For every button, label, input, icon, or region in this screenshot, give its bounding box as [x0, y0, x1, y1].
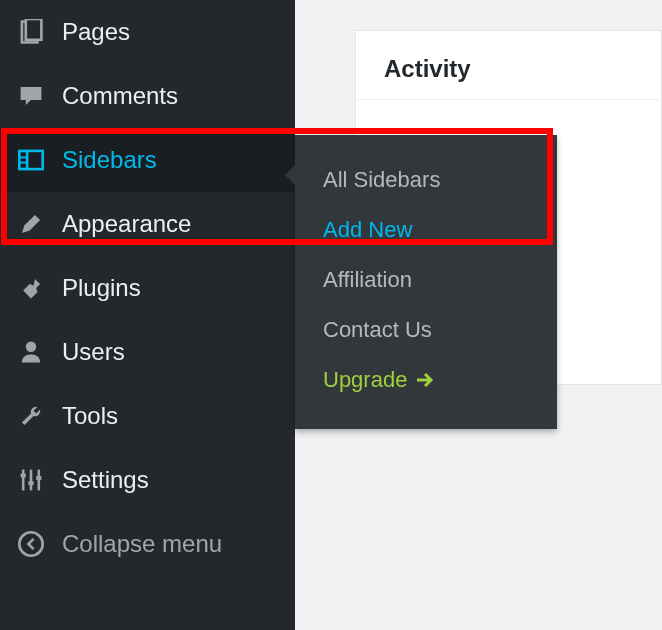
users-icon [14, 335, 48, 369]
collapse-menu-button[interactable]: Collapse menu [0, 512, 295, 576]
submenu-item-contact-us[interactable]: Contact Us [295, 305, 557, 355]
card-title: Activity [384, 55, 633, 83]
svg-rect-2 [19, 151, 42, 169]
svg-rect-11 [28, 481, 33, 485]
admin-sidebar: Pages Comments Sidebars Appearance Plugi… [0, 0, 295, 630]
sidebar-item-sidebars[interactable]: Sidebars [0, 128, 295, 192]
menu-label: Plugins [62, 274, 141, 302]
submenu-item-upgrade[interactable]: Upgrade [295, 355, 557, 405]
menu-label: Comments [62, 82, 178, 110]
sidebar-item-plugins[interactable]: Plugins [0, 256, 295, 320]
sidebar-item-comments[interactable]: Comments [0, 64, 295, 128]
sidebar-item-pages[interactable]: Pages [0, 0, 295, 64]
appearance-icon [14, 207, 48, 241]
menu-label: Settings [62, 466, 149, 494]
settings-icon [14, 463, 48, 497]
menu-label: Tools [62, 402, 118, 430]
sidebar-item-users[interactable]: Users [0, 320, 295, 384]
sidebar-item-appearance[interactable]: Appearance [0, 192, 295, 256]
svg-point-13 [19, 532, 42, 555]
menu-label: Pages [62, 18, 130, 46]
svg-rect-12 [36, 476, 41, 480]
sidebar-item-settings[interactable]: Settings [0, 448, 295, 512]
collapse-icon [14, 527, 48, 561]
sidebar-item-tools[interactable]: Tools [0, 384, 295, 448]
submenu-item-affiliation[interactable]: Affiliation [295, 255, 557, 305]
upgrade-label: Upgrade [323, 367, 407, 393]
submenu-item-add-new[interactable]: Add New [295, 205, 557, 255]
svg-rect-10 [21, 474, 26, 478]
menu-label: Appearance [62, 210, 191, 238]
menu-label: Sidebars [62, 146, 157, 174]
comments-icon [14, 79, 48, 113]
svg-point-6 [26, 342, 36, 352]
svg-rect-1 [26, 19, 42, 40]
submenu-pointer-icon [285, 165, 295, 185]
sidebars-submenu: All Sidebars Add New Affiliation Contact… [295, 135, 557, 429]
collapse-label: Collapse menu [62, 530, 222, 558]
pages-icon [14, 15, 48, 49]
sidebars-icon [14, 143, 48, 177]
tools-icon [14, 399, 48, 433]
plugins-icon [14, 271, 48, 305]
submenu-item-all-sidebars[interactable]: All Sidebars [295, 155, 557, 205]
menu-label: Users [62, 338, 125, 366]
arrow-right-icon [417, 373, 435, 387]
